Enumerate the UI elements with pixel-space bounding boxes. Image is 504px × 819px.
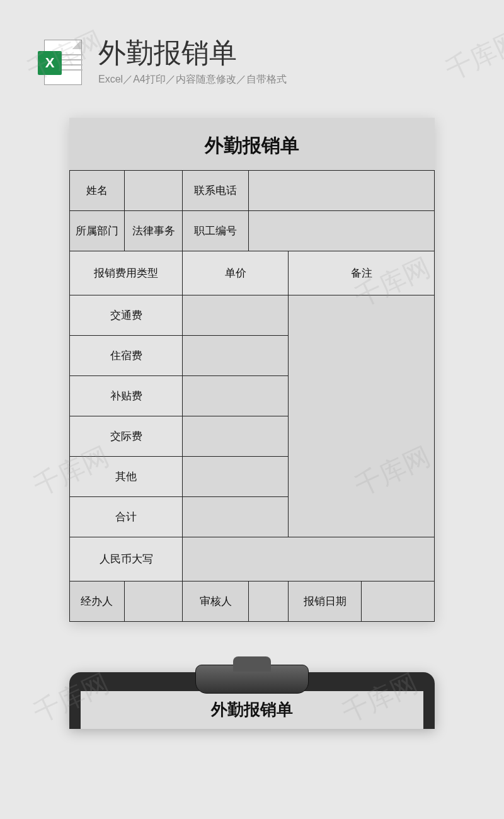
label-dept: 所属部门 xyxy=(70,211,125,251)
item-price[interactable] xyxy=(183,336,289,376)
page-title: 外勤报销单 xyxy=(98,38,479,68)
label-phone: 联系电话 xyxy=(183,171,248,211)
item-label: 补贴费 xyxy=(70,376,183,416)
item-label-total: 合计 xyxy=(70,497,183,537)
item-price[interactable] xyxy=(183,416,289,457)
field-remark[interactable] xyxy=(289,295,435,537)
item-price[interactable] xyxy=(183,457,289,497)
template-preview: 外勤报销单 姓名 联系电话 所属部门 法律事务 职工编号 报销费用类型 单价 备… xyxy=(69,118,435,622)
item-label: 住宿费 xyxy=(70,336,183,376)
field-empno[interactable] xyxy=(248,211,434,251)
expense-form-table: 姓名 联系电话 所属部门 法律事务 职工编号 报销费用类型 单价 备注 交通费 … xyxy=(69,170,435,622)
form-title: 外勤报销单 xyxy=(69,118,435,170)
col-header-type: 报销费用类型 xyxy=(70,251,183,295)
field-phone[interactable] xyxy=(248,171,434,211)
field-date[interactable] xyxy=(362,581,435,622)
label-empno: 职工编号 xyxy=(183,211,248,251)
col-header-price: 单价 xyxy=(183,251,289,295)
label-reviewer: 审核人 xyxy=(183,581,248,622)
clipboard-sheet-title: 外勤报销单 xyxy=(81,691,423,729)
item-price[interactable] xyxy=(183,376,289,416)
field-dept[interactable]: 法律事务 xyxy=(124,211,183,251)
item-price[interactable] xyxy=(183,295,289,336)
label-date: 报销日期 xyxy=(289,581,362,622)
item-label: 交通费 xyxy=(70,295,183,336)
clipboard-preview: 外勤报销单 xyxy=(69,672,435,729)
label-handler: 经办人 xyxy=(70,581,125,622)
excel-badge-letter: X xyxy=(38,51,62,75)
field-handler[interactable] xyxy=(124,581,183,622)
page-header: X 外勤报销单 Excel／A4打印／内容随意修改／自带格式 xyxy=(0,0,504,99)
field-name[interactable] xyxy=(124,171,183,211)
field-rmb-words[interactable] xyxy=(183,537,435,581)
label-rmb-words: 人民币大写 xyxy=(70,537,183,581)
clipboard-clip-icon xyxy=(195,665,309,694)
item-label: 其他 xyxy=(70,457,183,497)
page-subtitle: Excel／A4打印／内容随意修改／自带格式 xyxy=(98,73,479,86)
item-price-total[interactable] xyxy=(183,497,289,537)
label-name: 姓名 xyxy=(70,171,125,211)
item-label: 交际费 xyxy=(70,416,183,457)
col-header-remark: 备注 xyxy=(289,251,435,295)
excel-file-icon: X xyxy=(38,40,83,85)
field-reviewer[interactable] xyxy=(248,581,289,622)
